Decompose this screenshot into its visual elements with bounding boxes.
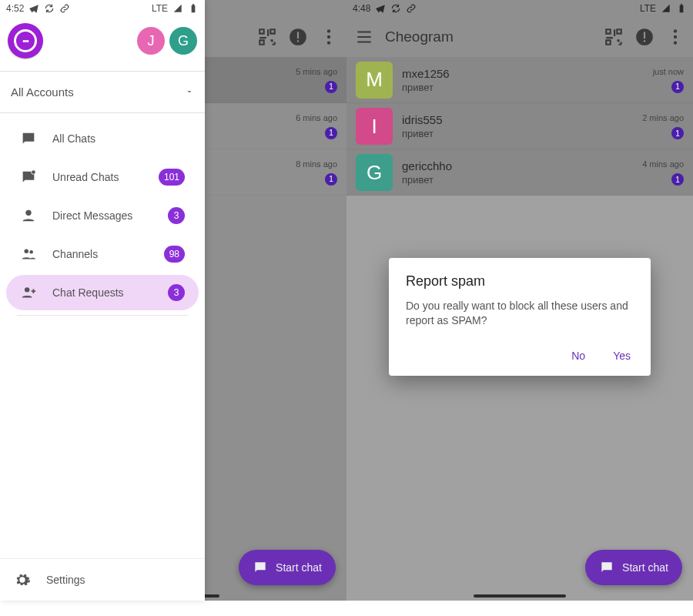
- svg-rect-6: [192, 5, 196, 12]
- svg-point-12: [25, 287, 29, 292]
- sync-icon: [44, 3, 55, 14]
- nav-direct-messages[interactable]: Direct Messages 3: [6, 198, 199, 233]
- group-icon: [20, 246, 37, 263]
- avatar: I: [356, 108, 393, 145]
- chat-row[interactable]: M mxe1256 привет just now 1: [346, 57, 693, 103]
- app-title: Cheogram: [385, 28, 454, 45]
- unread-badge: 1: [671, 81, 684, 93]
- chat-icon: [599, 560, 614, 575]
- overflow-menu-icon[interactable]: [665, 27, 685, 47]
- svg-point-18: [674, 29, 677, 32]
- alert-icon[interactable]: [288, 27, 308, 47]
- chat-time: 2 mins ago: [642, 113, 684, 122]
- chat-name: idris555: [402, 113, 633, 126]
- overflow-menu-icon[interactable]: [319, 27, 339, 47]
- sync-icon: [390, 3, 401, 14]
- battery-icon: [676, 3, 687, 14]
- link-icon: [406, 3, 417, 14]
- network-label: LTE: [152, 3, 168, 14]
- unread-badge: 1: [671, 173, 684, 186]
- svg-rect-2: [297, 40, 299, 42]
- nav-unread-chats[interactable]: Unread Chats 101: [6, 159, 199, 195]
- chat-icon: [20, 130, 37, 147]
- nav-chat-requests[interactable]: Chat Requests 3: [6, 275, 199, 310]
- nav-label: Unread Chats: [52, 171, 119, 183]
- svg-point-11: [29, 250, 33, 254]
- unread-badge: 1: [325, 127, 337, 139]
- chat-time: 5 mins ago: [296, 67, 337, 76]
- battery-icon: [188, 3, 199, 14]
- svg-point-3: [327, 29, 330, 32]
- nav-label: Chat Requests: [52, 286, 124, 299]
- start-chat-fab[interactable]: Start chat: [239, 550, 336, 585]
- svg-point-19: [674, 35, 677, 38]
- nav-label: Direct Messages: [52, 209, 132, 222]
- nav-settings[interactable]: Settings: [0, 558, 205, 601]
- qr-scan-icon[interactable]: [604, 27, 624, 47]
- left-partial-row[interactable]: 6 mins ago 1: [205, 103, 346, 149]
- dialog-no-button[interactable]: No: [568, 345, 588, 367]
- fab-label: Start chat: [622, 561, 668, 574]
- chat-time: 6 mins ago: [296, 113, 337, 122]
- hamburger-menu-icon[interactable]: [354, 27, 374, 47]
- unread-badge: 1: [325, 173, 337, 186]
- drawer-header: ••• J G: [0, 17, 205, 71]
- chat-preview: привет: [402, 128, 633, 139]
- dialog-body: Do you really want to block all these us…: [406, 299, 634, 328]
- unread-badge: 1: [325, 81, 337, 93]
- qr-scan-icon[interactable]: [257, 27, 277, 47]
- alert-icon[interactable]: [634, 27, 654, 47]
- gear-icon: [14, 571, 31, 588]
- avatar: M: [356, 62, 393, 99]
- svg-point-8: [32, 170, 35, 175]
- person-add-icon: [20, 284, 37, 301]
- nav-label: Channels: [52, 248, 98, 260]
- chat-time: just now: [653, 67, 684, 76]
- chat-row[interactable]: I idris555 привет 2 mins ago 1: [346, 103, 693, 149]
- divider: [17, 315, 188, 316]
- account-avatar[interactable]: J: [137, 27, 165, 55]
- nav-all-chats[interactable]: All Chats: [6, 121, 199, 156]
- nav-channels[interactable]: Channels 98: [6, 236, 199, 272]
- dialog-yes-button[interactable]: Yes: [610, 345, 634, 367]
- chat-icon: [253, 560, 268, 575]
- svg-point-10: [25, 249, 29, 254]
- nav-badge: 3: [168, 207, 185, 224]
- accounts-label: All Accounts: [11, 85, 74, 99]
- nav-drawer: 4:52 LTE ••• J G All Accounts: [0, 0, 205, 601]
- right-toolbar: Cheogram: [346, 17, 693, 57]
- chat-preview: привет: [402, 174, 633, 186]
- svg-point-9: [25, 210, 31, 216]
- status-time: 4:48: [353, 3, 370, 14]
- report-spam-dialog: Report spam Do you really want to block …: [389, 258, 651, 376]
- accounts-dropdown[interactable]: All Accounts: [0, 72, 205, 112]
- svg-rect-17: [644, 40, 645, 42]
- left-partial-chat-list: 5 mins ago 1 6 mins ago 1 8 mins ago 1: [205, 57, 346, 196]
- status-bar: 4:48 LTE: [346, 0, 693, 17]
- svg-rect-14: [681, 4, 682, 5]
- svg-rect-1: [297, 32, 299, 39]
- start-chat-fab[interactable]: Start chat: [585, 550, 682, 585]
- signal-icon: [661, 3, 671, 14]
- nav-badge: 98: [164, 246, 185, 263]
- telegram-icon: [375, 3, 386, 14]
- chat-list: M mxe1256 привет just now 1 I idris555 п…: [346, 57, 693, 196]
- account-avatar[interactable]: G: [169, 27, 197, 55]
- svg-point-20: [674, 41, 677, 44]
- nav-badge: 3: [168, 284, 185, 301]
- chat-name: mxe1256: [402, 67, 644, 80]
- chat-time: 8 mins ago: [296, 159, 337, 169]
- nav-label: All Chats: [52, 132, 95, 145]
- status-bar: 4:52 LTE: [0, 0, 205, 17]
- left-partial-row[interactable]: 8 mins ago 1: [205, 149, 346, 196]
- fab-label: Start chat: [276, 561, 322, 574]
- unread-badge: 1: [671, 127, 684, 139]
- status-time: 4:52: [6, 3, 24, 14]
- settings-label: Settings: [46, 574, 85, 586]
- network-label: LTE: [640, 3, 656, 14]
- chat-row[interactable]: G gericchho привет 4 mins ago 1: [346, 149, 693, 196]
- left-partial-row[interactable]: 5 mins ago 1: [205, 57, 346, 103]
- app-logo[interactable]: •••: [8, 23, 43, 59]
- chat-unread-icon: [20, 169, 37, 186]
- chat-time: 4 mins ago: [642, 159, 684, 169]
